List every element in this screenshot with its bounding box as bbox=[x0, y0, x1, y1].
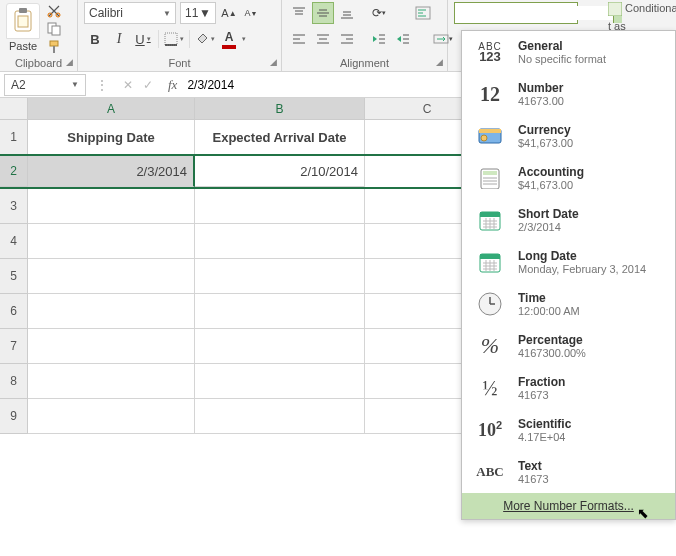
align-top-button[interactable] bbox=[288, 2, 310, 24]
cell[interactable] bbox=[28, 259, 195, 294]
scissors-icon bbox=[47, 4, 61, 18]
align-right-button[interactable] bbox=[336, 28, 358, 50]
row-header-7[interactable]: 7 bbox=[0, 329, 28, 364]
group-label-font: Font bbox=[84, 55, 275, 71]
cell[interactable] bbox=[28, 364, 195, 399]
italic-button[interactable]: I bbox=[108, 28, 130, 50]
cut-button[interactable] bbox=[44, 3, 64, 18]
fill-color-button[interactable]: ▾ bbox=[194, 28, 216, 50]
number-format-icon: 12 bbox=[472, 79, 508, 109]
format-sample: Monday, February 3, 2014 bbox=[518, 263, 665, 275]
alignment-dialog-launcher[interactable]: ◢ bbox=[433, 57, 445, 69]
cancel-edit-button[interactable]: ✕ bbox=[120, 78, 136, 92]
format-option-shortdate[interactable]: Short Date2/3/2014 bbox=[462, 199, 675, 241]
time-format-icon bbox=[472, 289, 508, 319]
svg-rect-2 bbox=[18, 16, 28, 27]
increase-font-button[interactable]: A▲ bbox=[220, 2, 238, 24]
cell[interactable] bbox=[195, 329, 365, 364]
wrap-text-button[interactable] bbox=[412, 2, 434, 24]
cell[interactable] bbox=[195, 224, 365, 259]
font-name-combo[interactable]: Calibri▼ bbox=[84, 2, 176, 24]
conditional-formatting-button[interactable]: Conditional bbox=[604, 0, 676, 18]
format-painter-button[interactable] bbox=[44, 39, 64, 54]
format-title: Currency bbox=[518, 123, 665, 137]
row-header-2[interactable]: 2 bbox=[0, 156, 28, 187]
cell[interactable] bbox=[195, 364, 365, 399]
row-header-6[interactable]: 6 bbox=[0, 294, 28, 329]
chevron-down-icon: ▾ bbox=[147, 35, 151, 43]
align-left-button[interactable] bbox=[288, 28, 310, 50]
row-header-8[interactable]: 8 bbox=[0, 364, 28, 399]
cell[interactable] bbox=[28, 399, 195, 434]
row-header-4[interactable]: 4 bbox=[0, 224, 28, 259]
format-sample: 41673 bbox=[518, 473, 665, 485]
row-header-1[interactable]: 1 bbox=[0, 120, 28, 155]
align-bottom-button[interactable] bbox=[336, 2, 358, 24]
format-option-longdate[interactable]: Long DateMonday, February 3, 2014 bbox=[462, 241, 675, 283]
format-option-currency[interactable]: Currency$41,673.00 bbox=[462, 115, 675, 157]
format-option-accounting[interactable]: Accounting$41,673.00 bbox=[462, 157, 675, 199]
paste-button[interactable] bbox=[6, 3, 40, 39]
cell[interactable]: 2/10/2014 bbox=[195, 156, 365, 187]
format-option-general[interactable]: ABC123GeneralNo specific format bbox=[462, 31, 675, 73]
cell[interactable] bbox=[28, 329, 195, 364]
cell[interactable] bbox=[28, 224, 195, 259]
underline-button[interactable]: U▾ bbox=[132, 28, 154, 50]
column-header-B[interactable]: B bbox=[195, 98, 365, 120]
select-all-corner[interactable] bbox=[0, 98, 28, 120]
row-header-9[interactable]: 9 bbox=[0, 399, 28, 434]
align-center-button[interactable] bbox=[312, 28, 334, 50]
wrap-icon bbox=[415, 6, 431, 20]
font-dialog-launcher[interactable]: ◢ bbox=[267, 57, 279, 69]
decrease-indent-button[interactable] bbox=[368, 28, 390, 50]
more-number-formats-button[interactable]: More Number Formats...⬉ bbox=[462, 493, 675, 519]
brush-icon bbox=[47, 40, 61, 54]
font-color-button[interactable]: A bbox=[218, 28, 240, 50]
cell[interactable]: Shipping Date bbox=[28, 120, 195, 155]
paste-label[interactable]: Paste bbox=[9, 40, 37, 52]
group-label-clipboard: Clipboard bbox=[6, 55, 71, 71]
confirm-edit-button[interactable]: ✓ bbox=[140, 78, 156, 92]
number-format-input[interactable] bbox=[455, 6, 613, 20]
clipboard-dialog-launcher[interactable]: ◢ bbox=[63, 57, 75, 69]
align-middle-button[interactable] bbox=[312, 2, 334, 24]
format-option-scientific[interactable]: 102Scientific4.17E+04 bbox=[462, 409, 675, 451]
bold-button[interactable]: B bbox=[84, 28, 106, 50]
font-color-dropdown[interactable]: ▾ bbox=[242, 35, 246, 43]
group-alignment: ⟳▾ ▾ Alignment ◢ bbox=[282, 0, 448, 71]
font-name-value: Calibri bbox=[89, 6, 123, 20]
format-title: Long Date bbox=[518, 249, 665, 263]
format-option-text[interactable]: ABCText41673 bbox=[462, 451, 675, 493]
format-option-fraction[interactable]: ½Fraction41673 bbox=[462, 367, 675, 409]
orientation-button[interactable]: ⟳▾ bbox=[368, 2, 390, 24]
cell[interactable] bbox=[28, 189, 195, 224]
row-header-5[interactable]: 5 bbox=[0, 259, 28, 294]
clipboard-icon bbox=[12, 8, 34, 34]
cell[interactable]: 2/3/2014 bbox=[28, 156, 195, 187]
fraction-format-icon: ½ bbox=[472, 373, 508, 403]
cell[interactable]: Expected Arrival Date bbox=[195, 120, 365, 155]
cell[interactable] bbox=[195, 189, 365, 224]
font-size-combo[interactable]: 11▼ bbox=[180, 2, 216, 24]
row-header-3[interactable]: 3 bbox=[0, 189, 28, 224]
decrease-font-button[interactable]: A▼ bbox=[242, 2, 260, 24]
name-box[interactable]: A2▼ bbox=[4, 74, 86, 96]
cell[interactable] bbox=[195, 399, 365, 434]
format-sample: 41673 bbox=[518, 389, 665, 401]
format-option-percentage[interactable]: %Percentage4167300.00% bbox=[462, 325, 675, 367]
borders-button[interactable]: ▾ bbox=[163, 28, 185, 50]
format-option-number[interactable]: 12Number41673.00 bbox=[462, 73, 675, 115]
svg-rect-9 bbox=[165, 33, 177, 45]
increase-indent-button[interactable] bbox=[392, 28, 414, 50]
format-title: Accounting bbox=[518, 165, 665, 179]
cell[interactable] bbox=[28, 294, 195, 329]
format-option-time[interactable]: Time12:00:00 AM bbox=[462, 283, 675, 325]
format-sample: $41,673.00 bbox=[518, 179, 665, 191]
cell[interactable] bbox=[195, 259, 365, 294]
number-format-combo[interactable]: ▼ bbox=[454, 2, 578, 24]
copy-button[interactable] bbox=[44, 21, 64, 36]
column-header-A[interactable]: A bbox=[28, 98, 195, 120]
format-sample: $41,673.00 bbox=[518, 137, 665, 149]
fx-label[interactable]: fx bbox=[162, 77, 183, 93]
cell[interactable] bbox=[195, 294, 365, 329]
